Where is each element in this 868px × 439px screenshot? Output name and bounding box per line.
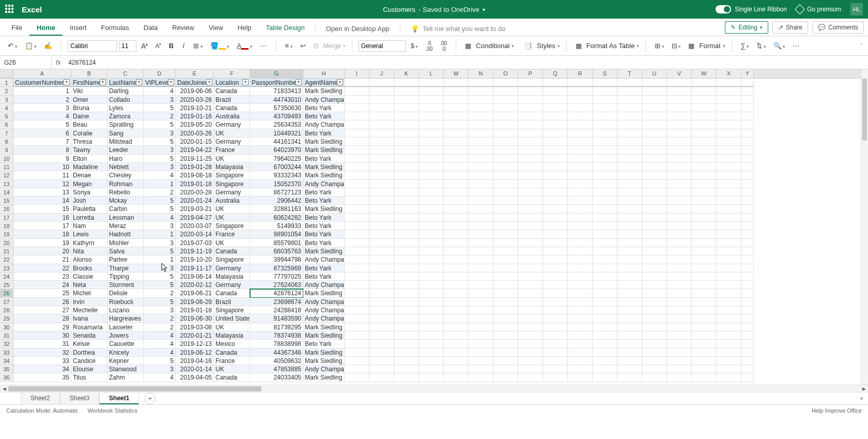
cell[interactable] [741, 112, 754, 120]
cell[interactable]: Mark Siedling [303, 357, 345, 365]
cell[interactable] [642, 96, 667, 104]
cell[interactable] [419, 314, 444, 323]
cell[interactable] [642, 222, 667, 230]
cell[interactable] [593, 180, 617, 188]
cell[interactable] [617, 340, 642, 348]
cell[interactable]: Andy Champan [303, 96, 345, 104]
cell[interactable] [717, 273, 741, 281]
cell[interactable] [568, 365, 593, 373]
cell[interactable] [593, 264, 617, 273]
cell[interactable] [518, 239, 543, 247]
cell[interactable]: Beto Yark [303, 230, 345, 238]
cell[interactable]: Meraz [107, 222, 144, 230]
cell[interactable] [419, 264, 444, 273]
cell[interactable] [469, 247, 493, 255]
cell[interactable]: UK [214, 214, 250, 222]
column-header[interactable]: F [214, 69, 250, 78]
cell[interactable]: 2020-03-26 [176, 129, 214, 138]
cell[interactable] [692, 146, 717, 154]
cell[interactable]: 2 [144, 188, 176, 196]
filter-icon[interactable]: ▾ [136, 79, 142, 85]
cell[interactable]: 5 [144, 104, 176, 112]
cell[interactable] [717, 306, 741, 314]
cell[interactable]: 3 [144, 306, 176, 314]
cell[interactable] [493, 349, 518, 357]
cell[interactable] [369, 155, 394, 163]
cell[interactable]: 12 [13, 180, 71, 188]
format-as-table-icon[interactable]: ▦ [573, 40, 584, 51]
cell[interactable] [593, 214, 617, 222]
cell[interactable]: 5 [144, 120, 176, 129]
cell[interactable] [692, 155, 717, 163]
go-premium-button[interactable]: Go premium [796, 6, 841, 13]
cell[interactable] [543, 255, 568, 264]
cell[interactable] [593, 87, 617, 95]
cell[interactable] [593, 331, 617, 340]
cell[interactable] [741, 188, 754, 196]
row-header[interactable]: 10 [0, 155, 13, 163]
cell[interactable] [493, 273, 518, 281]
cell[interactable] [617, 205, 642, 213]
cell[interactable] [617, 323, 642, 331]
cell[interactable]: Rohman [107, 180, 144, 188]
cell[interactable]: Germany [214, 138, 250, 146]
cell[interactable] [741, 104, 754, 112]
cell[interactable] [667, 365, 692, 373]
cell[interactable] [692, 281, 717, 289]
row-header[interactable]: 16 [0, 205, 13, 213]
cell[interactable]: Andy Champan [303, 306, 345, 314]
cell[interactable]: Tipping [107, 273, 144, 281]
cell[interactable] [345, 255, 369, 264]
cell[interactable] [493, 357, 518, 365]
cell[interactable] [469, 171, 493, 179]
cell[interactable] [667, 340, 692, 348]
column-header[interactable]: C [107, 69, 144, 78]
cell[interactable]: Chesley [107, 171, 144, 179]
cell[interactable]: Pauletta [71, 205, 107, 213]
header-cell[interactable] [419, 79, 444, 87]
row-header[interactable]: 1 [0, 79, 13, 87]
cell[interactable] [642, 120, 667, 129]
cell[interactable] [741, 357, 754, 365]
cell[interactable]: 2019-06-29 [176, 298, 214, 306]
sheet-tab-sheet1[interactable]: Sheet1 [99, 393, 139, 404]
cell[interactable] [345, 281, 369, 289]
cell[interactable] [717, 323, 741, 331]
cell[interactable] [394, 365, 419, 373]
cell[interactable] [692, 349, 717, 357]
cell[interactable] [593, 222, 617, 230]
cell[interactable] [568, 87, 593, 95]
cell[interactable] [369, 120, 394, 129]
cell[interactable]: 5 [144, 196, 176, 205]
cell[interactable] [642, 180, 667, 188]
cell[interactable] [518, 373, 543, 382]
cell[interactable] [568, 349, 593, 357]
cell[interactable] [419, 247, 444, 255]
cell[interactable] [419, 138, 444, 146]
cell[interactable] [543, 281, 568, 289]
cell[interactable] [444, 138, 469, 146]
cell[interactable] [717, 163, 741, 171]
row-header[interactable]: 33 [0, 349, 13, 357]
cell[interactable] [518, 230, 543, 238]
cell[interactable] [667, 171, 692, 179]
cell[interactable]: France [214, 357, 250, 365]
cell[interactable] [419, 298, 444, 306]
cell[interactable]: 25 [13, 289, 71, 297]
cell[interactable] [444, 323, 469, 331]
cell[interactable] [369, 96, 394, 104]
cell[interactable] [345, 373, 369, 382]
cell[interactable] [518, 205, 543, 213]
cell[interactable] [394, 205, 419, 213]
cell[interactable] [369, 188, 394, 196]
cell[interactable] [345, 196, 369, 205]
cell[interactable] [518, 273, 543, 281]
cell[interactable] [493, 365, 518, 373]
row-header[interactable]: 31 [0, 331, 13, 340]
cell[interactable] [593, 171, 617, 179]
cell[interactable] [667, 222, 692, 230]
cell[interactable] [444, 180, 469, 188]
cell[interactable] [518, 247, 543, 255]
cell[interactable] [692, 289, 717, 297]
cell[interactable]: 16 [13, 214, 71, 222]
